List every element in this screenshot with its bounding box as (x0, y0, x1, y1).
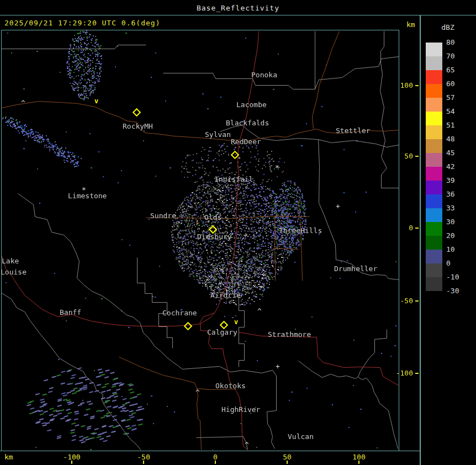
city-label-lacombe: Lacombe (236, 101, 267, 109)
diamond-icon (220, 321, 229, 330)
colorbar-end-label: -30 (446, 287, 474, 295)
timestamp: 2025/09/21 17:29:20 UTC 0.6(deg) (4, 19, 160, 27)
colorbar-cell-label: 36 (446, 191, 474, 198)
colorbar-cell (426, 263, 442, 277)
colorbar-cell (426, 112, 442, 125)
caret-marker: ^ (216, 189, 221, 195)
asterisk-marker: * (82, 187, 86, 193)
city-label-drumheller: Drumheller (334, 265, 377, 273)
y-axis-tick-label: 100 (387, 81, 413, 89)
colorbar-cell-label: 33 (446, 204, 474, 212)
city-label-limestone: Limestone (68, 192, 107, 200)
km-unit-label: km (406, 20, 415, 29)
city-label-olds: Olds (204, 213, 221, 221)
diamond-icon (184, 322, 193, 331)
page-title: Base_Reflectivity (0, 4, 476, 12)
info-bar: 2025/09/21 17:29:20 UTC 0.6(deg) km (0, 15, 420, 30)
colorbar-cell (426, 98, 442, 112)
y-axis-tick-label: 0 (387, 224, 413, 232)
colorbar-cell (426, 139, 442, 153)
colorbar-cell (426, 70, 442, 84)
diamond-icon (209, 225, 218, 234)
x-axis-tick-label: -100 (59, 453, 85, 461)
city-label-cochrane: Cochrane (162, 309, 197, 317)
colorbar-cell-label: 60 (446, 80, 474, 88)
caret-marker: ^ (260, 286, 265, 293)
colorbar-cell (426, 43, 442, 56)
chevron-down-marker: v (234, 319, 238, 325)
city-label-stettler: Stettler (336, 126, 371, 135)
y-axis-tick-label: -100 (387, 369, 413, 377)
x-axis-tick-mark (215, 461, 216, 464)
city-label-rockymh: RockyMH (123, 122, 153, 130)
x-axis: km -100-50050100 (0, 451, 420, 465)
colorbar-panel: dBZ 807065605754514845423936333020100-10… (420, 15, 476, 465)
caret-marker: ^ (21, 100, 25, 107)
title-bar: Base_Reflectivity (0, 0, 476, 15)
asterisk-marker: * (275, 165, 279, 171)
colorbar-cell (426, 153, 442, 167)
colorbar-cell (426, 194, 442, 208)
x-axis-tick-mark (143, 461, 144, 464)
colorbar-cell-label: 48 (446, 135, 474, 143)
plus-marker: + (336, 203, 340, 210)
y-axis-tick-mark (415, 156, 419, 157)
colorbar-cell-label: 65 (446, 66, 474, 74)
city-label-didsbury: Didsbury (197, 232, 232, 241)
x-axis-tick-label: -50 (130, 453, 157, 461)
colorbar-cell (426, 167, 442, 181)
plus-marker: + (276, 363, 280, 370)
city-label-banff: Banff (60, 308, 81, 316)
diamond-icon (133, 108, 141, 117)
city-label-strathmore: Strathmore (268, 330, 311, 339)
city-label-vulcan: Vulcan (288, 432, 314, 441)
colorbar-cell-label: 57 (446, 94, 474, 102)
city-label-innisfail: Innisfail (214, 175, 253, 183)
colorbar-cell-label: 80 (446, 39, 474, 46)
x-axis-tick-label: 0 (202, 453, 229, 461)
colorbar-cell-label: 10 (446, 246, 474, 253)
colorbar-cell-label: 54 (446, 108, 474, 115)
x-axis-unit-label: km (4, 453, 13, 461)
x-axis-tick-mark (358, 461, 359, 464)
colorbar-cell-label: 39 (446, 177, 474, 184)
x-axis-tick-label: 100 (346, 453, 372, 461)
y-axis-tick-mark (415, 228, 419, 229)
city-label-threehills: ThreeHills (279, 226, 322, 235)
colorbar-cell-label: 42 (446, 163, 474, 171)
city-label-okotoks: Okotoks (215, 382, 246, 390)
radar-site-diamond-marker (232, 152, 238, 158)
colorbar-cell (426, 277, 442, 291)
city-label-calgary: Calgary (207, 328, 237, 336)
city-label-lake: Lake (2, 257, 19, 265)
radar-site-diamond-marker (185, 323, 191, 329)
colorbar-cell (426, 208, 442, 222)
radar-site-diamond-marker (221, 322, 227, 328)
y-axis-tick-mark (415, 85, 419, 86)
x-axis-tick-label: 50 (274, 453, 300, 461)
x-axis-tick-mark (287, 461, 288, 464)
radar-site-diamond-marker (134, 109, 140, 115)
caret-marker: ^ (257, 308, 262, 315)
colorbar-cell (426, 56, 442, 70)
colorbar-cell-label: -10 (446, 273, 474, 281)
colorbar-title: dBZ (429, 23, 467, 31)
city-label-sylvan: Sylvan (205, 130, 231, 139)
y-axis-tick-mark (415, 300, 419, 302)
radar-site-diamond-marker (210, 226, 216, 232)
chevron-down-marker: v (94, 98, 98, 104)
x-axis-tick-mark (71, 461, 72, 464)
city-label-airdrie: Airdrie (210, 291, 241, 299)
caret-marker: ^ (219, 268, 224, 275)
city-label-ponoka: Ponoka (251, 71, 277, 79)
colorbar-cell (426, 236, 442, 250)
y-axis-tick-label: -50 (387, 297, 413, 305)
city-label-blackfalds: Blackfalds (226, 119, 269, 127)
colorbar-cell (426, 84, 442, 98)
city-label-reddeer: RedDeer (231, 138, 261, 146)
caret-marker: ^ (195, 389, 200, 396)
y-axis-tick-mark (415, 373, 419, 374)
city-label-highriver: HighRiver (221, 405, 260, 414)
city-label-sundre: Sundre (150, 212, 176, 220)
city-label-louise: Louise (1, 268, 27, 276)
